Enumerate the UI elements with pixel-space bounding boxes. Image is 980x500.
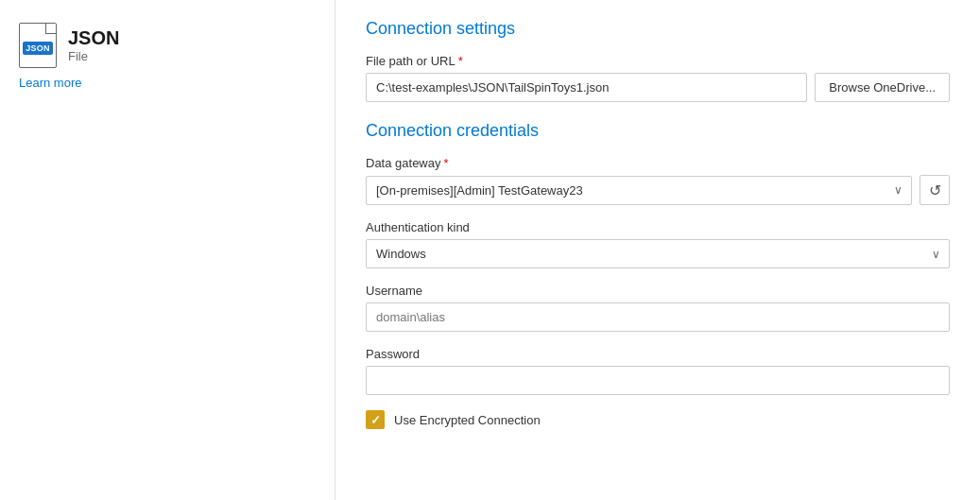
connector-type: File [68, 49, 119, 63]
file-path-label-text: File path or URL [366, 54, 456, 68]
connection-settings-section: Connection settings File path or URL * B… [366, 19, 950, 102]
connection-credentials-title: Connection credentials [366, 121, 950, 141]
connector-header: JSON JSON File [19, 23, 119, 68]
connector-title: JSON File [68, 27, 119, 63]
file-path-required-star: * [458, 54, 463, 68]
file-path-group: File path or URL * Browse OneDrive... [366, 54, 950, 102]
password-input[interactable] [366, 366, 950, 395]
sidebar: JSON JSON File Learn more [0, 0, 335, 500]
refresh-icon: ↺ [929, 181, 941, 199]
main-content: Connection settings File path or URL * B… [335, 0, 980, 500]
learn-more-link[interactable]: Learn more [19, 76, 81, 90]
gateway-required-star: * [444, 156, 449, 170]
file-path-label: File path or URL * [366, 54, 950, 68]
auth-kind-group: Authentication kind Windows ∨ [366, 220, 950, 268]
password-label: Password [366, 347, 950, 361]
gateway-group: Data gateway * [On-premises][Admin] Test… [366, 156, 950, 205]
gateway-select-wrapper: [On-premises][Admin] TestGateway23 ∨ [366, 176, 912, 205]
encrypted-checkbox[interactable]: ✓ [366, 410, 385, 429]
file-path-input[interactable] [366, 73, 807, 102]
gateway-select[interactable]: [On-premises][Admin] TestGateway23 [366, 176, 912, 205]
auth-kind-select-wrapper: Windows ∨ [366, 239, 950, 268]
auth-kind-select[interactable]: Windows [366, 239, 950, 268]
encrypted-label: Use Encrypted Connection [394, 413, 541, 427]
connector-icon: JSON [19, 23, 57, 68]
gateway-label: Data gateway * [366, 156, 950, 170]
file-path-row: Browse OneDrive... [366, 73, 950, 102]
password-group: Password [366, 347, 950, 395]
check-icon: ✓ [370, 413, 381, 427]
connector-name: JSON [68, 27, 119, 49]
gateway-row: [On-premises][Admin] TestGateway23 ∨ ↺ [366, 175, 950, 205]
username-label-text: Username [366, 284, 422, 298]
browse-button[interactable]: Browse OneDrive... [815, 73, 950, 102]
auth-kind-label-text: Authentication kind [366, 220, 470, 234]
connection-credentials-section: Connection credentials Data gateway * [O… [366, 121, 950, 429]
refresh-button[interactable]: ↺ [920, 175, 950, 205]
encrypted-connection-row: ✓ Use Encrypted Connection [366, 410, 950, 429]
gateway-label-text: Data gateway [366, 156, 441, 170]
username-group: Username [366, 284, 950, 332]
username-input[interactable] [366, 302, 950, 332]
password-label-text: Password [366, 347, 420, 361]
connection-settings-title: Connection settings [366, 19, 950, 39]
auth-kind-label: Authentication kind [366, 220, 950, 234]
username-label: Username [366, 284, 950, 298]
json-badge: JSON [23, 42, 53, 55]
file-path-input-wrap [366, 73, 807, 102]
